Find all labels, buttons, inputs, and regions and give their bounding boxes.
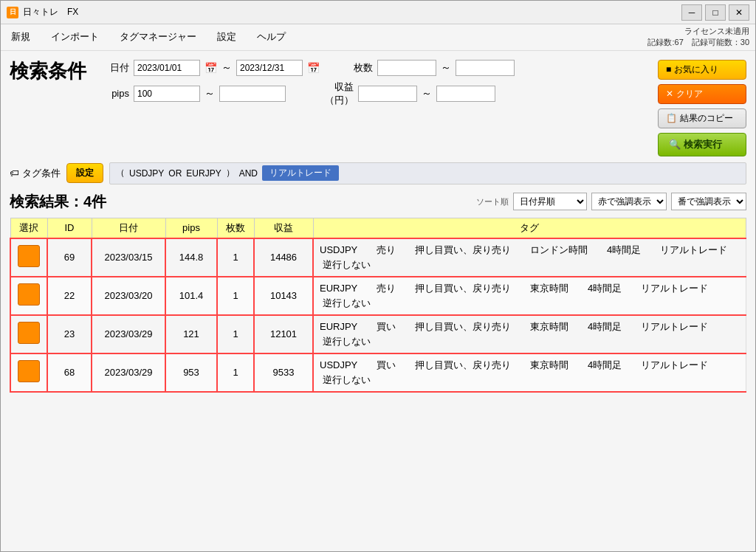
cell-tags-3: USDJPY 買い 押し目買い、戻り売り 東京時間 4時間足 リアルトレード 逆… bbox=[313, 353, 746, 392]
menu-new[interactable]: 新規 bbox=[7, 29, 35, 45]
copy-button[interactable]: 📋 結果のコピー bbox=[658, 108, 746, 128]
main-content: 検索条件 日付 📅 ～ 📅 枚数 ～ bbox=[1, 51, 755, 551]
minimize-button[interactable]: ─ bbox=[681, 4, 702, 21]
tag-chip-0: （ bbox=[116, 167, 125, 179]
cell-select-2[interactable] bbox=[10, 315, 47, 353]
maximize-button[interactable]: □ bbox=[705, 4, 726, 21]
tag-settings-button[interactable]: 設定 bbox=[66, 163, 103, 183]
cell-tags-2: EURJPY 買い 押し目買い、戻り売り 東京時間 4時間足 リアルトレード 逆… bbox=[313, 315, 746, 353]
select-box-1[interactable] bbox=[18, 283, 40, 306]
titlebar: 日 日々トレ FX ─ □ ✕ bbox=[1, 1, 755, 24]
cal-icon-2[interactable]: 📅 bbox=[307, 62, 320, 74]
tag-line1-2: EURJPY 買い 押し目買い、戻り売り 東京時間 4時間足 リアルトレード bbox=[320, 320, 740, 334]
tag-line1-3: USDJPY 買い 押し目買い、戻り売り 東京時間 4時間足 リアルトレード bbox=[320, 359, 740, 372]
clear-button[interactable]: ✕ クリア bbox=[658, 84, 746, 104]
menu-help[interactable]: ヘルプ bbox=[252, 29, 290, 45]
tag-chip-1: USDJPY bbox=[129, 168, 164, 179]
tag-line2-3: 逆行しない bbox=[320, 373, 740, 387]
profit-to-input[interactable] bbox=[436, 86, 495, 102]
cell-select-0[interactable] bbox=[10, 238, 47, 277]
tag-chip-2: OR bbox=[168, 168, 182, 179]
cell-id-3: 68 bbox=[47, 353, 92, 392]
cal-icon-1[interactable]: 📅 bbox=[205, 62, 217, 74]
search-fields: 日付 📅 ～ 📅 枚数 ～ pips ～ bbox=[92, 60, 658, 107]
tag-line1-1: EURJPY 売り 押し目買い、戻り売り 東京時間 4時間足 リアルトレード bbox=[320, 282, 740, 295]
favorite-button[interactable]: ■ ■お気に入り お気に入り bbox=[658, 60, 746, 80]
table-row: 68 2023/03/29 953 1 9533 USDJPY 買い 押し目買い… bbox=[10, 353, 746, 392]
tag-chips-area: （ USDJPY OR EURJPY ） AND リアルトレード bbox=[109, 162, 746, 184]
search-title-block: 検索条件 bbox=[10, 60, 92, 83]
field-row-2: pips ～ 収益（円） ～ bbox=[92, 80, 658, 107]
window-controls: ─ □ ✕ bbox=[681, 4, 749, 21]
date-from-input[interactable] bbox=[134, 60, 200, 76]
cell-profit-1: 10143 bbox=[254, 277, 313, 315]
app-icon: 日 bbox=[7, 7, 18, 18]
table-wrapper: 選択 ID 日付 pips 枚数 収益 タグ 6 bbox=[10, 216, 746, 545]
select-box-0[interactable] bbox=[18, 245, 40, 267]
field-row-1: 日付 📅 ～ 📅 枚数 ～ bbox=[92, 60, 658, 76]
license-line1: ライセンス未適用 bbox=[647, 26, 749, 37]
pips-from-input[interactable] bbox=[134, 86, 200, 102]
pips-to-input[interactable] bbox=[219, 86, 286, 102]
cell-tags-0: USDJPY 売り 押し目買い、戻り売り ロンドン時間 4時間足 リアルトレード… bbox=[313, 238, 746, 277]
tag-line2-1: 逆行しない bbox=[320, 297, 740, 310]
select-box-2[interactable] bbox=[18, 322, 40, 344]
lots-to-input[interactable] bbox=[456, 60, 515, 76]
sort-controls: ソート順 日付昇順 日付降順 pips降順 収益降順 赤で強調表示 青で強調表示… bbox=[476, 193, 746, 210]
col-header-tags: タグ bbox=[313, 218, 746, 238]
menu-import[interactable]: インポート bbox=[47, 29, 103, 45]
table-row: 22 2023/03/20 101.4 1 10143 EURJPY 売り 押し… bbox=[10, 277, 746, 315]
sort-select-2[interactable]: 赤で強調表示 青で強調表示 bbox=[591, 193, 667, 210]
profit-label: 収益（円） bbox=[309, 80, 354, 107]
sort-select-3[interactable]: 番で強調表示 無し bbox=[671, 193, 746, 210]
cell-pips-2: 121 bbox=[165, 315, 217, 353]
close-button[interactable]: ✕ bbox=[729, 4, 749, 21]
select-box-3[interactable] bbox=[18, 360, 40, 382]
cell-select-1[interactable] bbox=[10, 277, 47, 315]
search-section: 検索条件 日付 📅 ～ 📅 枚数 ～ bbox=[10, 60, 746, 156]
cell-lots-1: 1 bbox=[217, 277, 254, 315]
search-button[interactable]: 🔍 検索実行 bbox=[658, 133, 746, 156]
table-row: 69 2023/03/15 144.8 1 14486 USDJPY 売り 押し… bbox=[10, 238, 746, 277]
col-header-profit: 収益 bbox=[254, 218, 313, 238]
table-row: 23 2023/03/29 121 1 12101 EURJPY 買い 押し目買… bbox=[10, 315, 746, 353]
tilde-1: ～ bbox=[221, 61, 232, 75]
copy-icon: 📋 bbox=[666, 113, 677, 123]
cell-lots-3: 1 bbox=[217, 353, 254, 392]
cell-pips-1: 101.4 bbox=[165, 277, 217, 315]
tag-section: 🏷 タグ条件 設定 （ USDJPY OR EURJPY ） AND リアルトレ… bbox=[10, 162, 746, 184]
col-header-lots: 枚数 bbox=[217, 218, 254, 238]
cell-select-3[interactable] bbox=[10, 353, 47, 392]
cell-date-0: 2023/03/15 bbox=[92, 238, 165, 277]
clear-icon: ✕ bbox=[666, 89, 673, 99]
tilde-4: ～ bbox=[422, 87, 432, 100]
sort-label: ソート順 bbox=[476, 196, 509, 207]
lots-from-input[interactable] bbox=[377, 60, 436, 76]
col-header-date: 日付 bbox=[92, 218, 165, 238]
tag-label: 🏷 タグ条件 bbox=[10, 167, 61, 180]
col-header-select: 選択 bbox=[10, 218, 47, 238]
tag-chip-4: ） bbox=[226, 167, 235, 179]
profit-from-input[interactable] bbox=[358, 86, 417, 102]
col-header-pips: pips bbox=[165, 218, 217, 238]
tag-chip-active-1[interactable]: リアルトレード bbox=[262, 165, 339, 181]
tilde-2: ～ bbox=[441, 61, 451, 75]
right-buttons: ■ ■お気に入り お気に入り ✕ クリア 📋 結果のコピー 🔍 検索実行 bbox=[658, 60, 746, 156]
menu-settings[interactable]: 設定 bbox=[213, 29, 241, 45]
cell-date-3: 2023/03/29 bbox=[92, 353, 165, 392]
col-header-id: ID bbox=[47, 218, 92, 238]
sort-select-1[interactable]: 日付昇順 日付降順 pips降順 収益降順 bbox=[513, 193, 587, 210]
menu-tag-manager[interactable]: タグマネージャー bbox=[115, 29, 201, 45]
cell-pips-0: 144.8 bbox=[165, 238, 217, 277]
date-to-input[interactable] bbox=[236, 60, 303, 76]
tag-line2-0: 逆行しない bbox=[320, 258, 740, 272]
tilde-3: ～ bbox=[205, 87, 215, 100]
app-title: 日々トレ FX bbox=[23, 6, 681, 18]
tag-icon: 🏷 bbox=[10, 168, 19, 179]
license-info: ライセンス未適用 記録数:67 記録可能数：30 bbox=[647, 26, 749, 49]
pips-label: pips bbox=[92, 88, 129, 99]
tag-chip-3: EURJPY bbox=[186, 168, 221, 179]
cell-date-1: 2023/03/20 bbox=[92, 277, 165, 315]
cell-profit-0: 14486 bbox=[254, 238, 313, 277]
tag-chip-5: AND bbox=[239, 168, 258, 179]
